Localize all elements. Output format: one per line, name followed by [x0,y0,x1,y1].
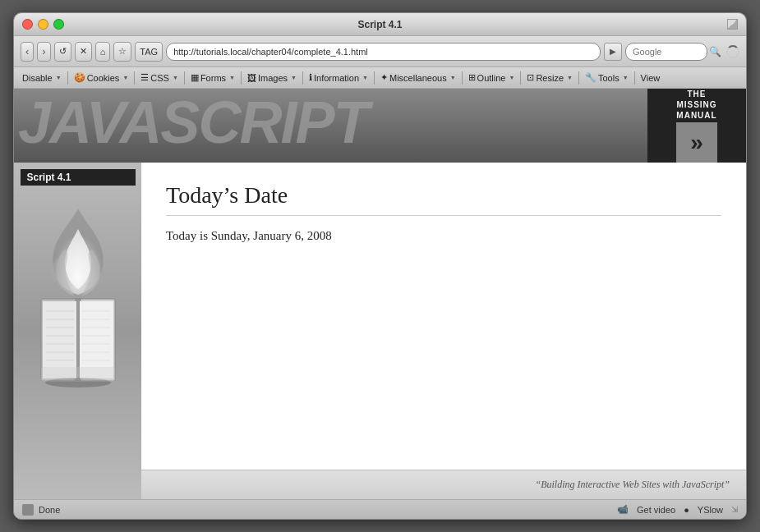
resize-icon: ⊡ [527,72,534,83]
disable-arrow [54,74,62,81]
toolbar-sep-1 [67,71,68,85]
bookmark-button[interactable]: ☆ [113,42,131,62]
book-corner: THE MISSING MANUAL » [647,89,746,163]
view-menu[interactable]: View [638,70,664,86]
sidebar-label: Script 4.1 [21,169,136,186]
go-button[interactable]: ▶ [604,43,622,61]
stop-button[interactable]: ✕ [75,42,92,62]
css-label: CSS [150,73,169,83]
status-bar: Done 📹 Get video ● YSlow ⇲ [14,499,746,519]
address-bar-container: ▶ [166,43,622,61]
content-footer: “Building Interactive Web Sites with Jav… [141,470,746,499]
outline-arrow [507,74,514,81]
toolbar-sep-6 [374,71,375,85]
footer-quote: “Building Interactive Web Sites with Jav… [535,479,730,491]
minimize-button[interactable] [38,19,48,30]
forms-arrow [228,74,235,81]
back-icon: ‹ [25,45,29,57]
svg-rect-20 [41,367,115,382]
status-left: Done [22,504,60,516]
get-video-label[interactable]: Get video [637,505,675,515]
main-area: Script 4.1 [14,163,746,499]
miscellaneous-label: Miscellaneous [389,73,447,83]
search-button[interactable]: 🔍 [709,46,721,57]
loading-spinner [726,45,739,58]
search-input[interactable] [625,43,707,61]
misc-arrow [449,74,456,81]
cookies-menu[interactable]: 🍪 Cookies [71,70,132,86]
forward-icon: › [42,45,45,57]
book-illustration [25,192,131,406]
images-arrow [289,74,297,81]
resize-corner-icon: ⇲ [731,505,738,514]
page-title: Today’s Date [166,182,721,216]
content-area: Today’s Date Today is Sunday, January 6,… [141,163,746,499]
window-title: Script 4.1 [357,19,402,30]
status-icon [22,504,34,516]
title-bar: Script 4.1 [14,13,746,36]
cookies-arrow [121,74,128,81]
disable-menu[interactable]: Disable [19,70,65,86]
reload-icon: ↺ [59,46,67,57]
search-container: 🔍 [625,43,721,61]
tag-label: TAG [140,47,158,57]
home-button[interactable]: ⌂ [95,42,111,62]
close-button[interactable] [22,19,33,30]
reload-button[interactable]: ↺ [54,42,71,62]
status-dot-icon: ● [684,505,689,515]
information-arrow [361,74,368,81]
css-icon: ☰ [140,72,149,83]
images-label: Images [258,73,288,83]
information-menu[interactable]: ℹ Information [306,70,371,86]
js-header: JAVASCRIPT THE MISSING MANUAL » [14,89,746,163]
resize-handle[interactable] [727,19,738,30]
js-banner-text: JAVASCRIPT [18,93,367,152]
css-arrow [171,74,178,81]
outline-icon: ⊞ [468,72,476,83]
view-label: View [641,73,661,83]
content-body: Today is Sunday, January 6, 2008 [166,229,721,243]
toolbar: Disable 🍪 Cookies ☰ CSS ▦ Forms 🖼 Images [14,67,746,89]
page-content: JAVASCRIPT THE MISSING MANUAL » Script 4… [14,89,746,499]
outline-menu[interactable]: ⊞ Outline [465,70,518,86]
toolbar-sep-4 [241,71,242,85]
resize-menu[interactable]: ⊡ Resize [523,70,576,86]
bookmark-icon: ☆ [118,46,127,57]
css-menu[interactable]: ☰ CSS [137,70,182,86]
sidebar: Script 4.1 [14,163,141,499]
toolbar-sep-3 [184,71,185,85]
toolbar-sep-7 [462,71,463,85]
forward-button[interactable]: › [37,42,50,62]
toolbar-sep-8 [520,71,521,85]
search-icon: 🔍 [709,46,721,57]
images-menu[interactable]: 🖼 Images [244,70,300,86]
book-arrows[interactable]: » [676,122,717,163]
forms-label: Forms [200,73,226,83]
resize-label: Resize [536,73,564,83]
back-button[interactable]: ‹ [21,42,34,62]
forms-menu[interactable]: ▦ Forms [187,70,238,86]
window-controls [22,19,64,30]
maximize-button[interactable] [53,19,64,30]
book-corner-text: THE MISSING MANUAL [676,89,716,121]
information-icon: ℹ [309,72,312,83]
tools-icon: 🔧 [585,72,596,83]
content-main: Today’s Date Today is Sunday, January 6,… [141,163,746,470]
toolbar-sep-2 [134,71,135,85]
miscellaneous-menu[interactable]: ✦ Miscellaneous [377,70,459,86]
home-icon: ⌂ [100,47,106,57]
tools-menu[interactable]: 🔧 Tools [582,70,632,86]
information-label: Information [314,73,359,83]
cookies-label: Cookies [87,73,120,83]
chevron-right-icon: » [690,130,703,156]
resize-arrow [565,74,573,81]
address-input[interactable] [166,43,601,61]
cookies-icon: 🍪 [74,72,85,83]
yslow-label[interactable]: YSlow [698,505,723,515]
svg-rect-4 [80,301,113,378]
tag-button[interactable]: TAG [135,42,163,62]
tools-arrow [621,74,629,81]
toolbar-sep-10 [634,71,635,85]
stop-icon: ✕ [80,46,87,57]
svg-rect-3 [43,301,76,378]
